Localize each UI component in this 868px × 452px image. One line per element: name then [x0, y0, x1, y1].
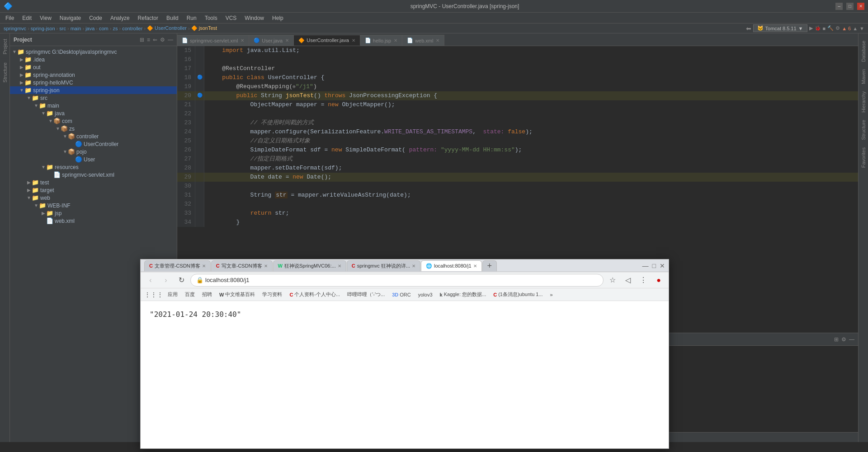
breadcrumb-springmvc[interactable]: springmvc: [4, 26, 26, 31]
breadcrumb-controller[interactable]: controller: [122, 26, 142, 31]
bookmark-yolov3[interactable]: yolov3: [415, 291, 435, 298]
menu-vcs[interactable]: VCS: [222, 14, 241, 22]
browser-tab-close-icon[interactable]: ✕: [412, 264, 415, 268]
project-close-icon[interactable]: —: [168, 37, 173, 43]
browser-tab-localhost[interactable]: 🌐 localhost:8080/j1 ✕: [421, 260, 482, 271]
browser-tab-close-icon[interactable]: ✕: [473, 264, 477, 268]
tree-web[interactable]: ▼ 📁 web: [10, 194, 177, 202]
tree-spring-json[interactable]: ▼ 📁 spring-json: [10, 86, 177, 94]
hierarchy-tab[interactable]: Hierarchy: [859, 88, 868, 116]
minimize-button[interactable]: –: [835, 3, 843, 10]
bookmark-kaggle[interactable]: kKaggle: 您的数据...: [437, 290, 489, 299]
bookmark-apps[interactable]: 应用: [165, 290, 180, 299]
tree-spring-annotation[interactable]: ▶ 📁 spring-annotation: [10, 71, 177, 79]
back-nav-icon[interactable]: ⬅: [746, 25, 751, 32]
menu-refactor[interactable]: Refactor: [134, 14, 162, 22]
settings-icon[interactable]: ⚙: [835, 25, 840, 31]
breadcrumb-com[interactable]: com: [99, 26, 108, 31]
tab-close-icon[interactable]: ✕: [352, 38, 355, 43]
run-button[interactable]: ▶: [809, 25, 813, 31]
favorites-tab[interactable]: Favorites: [859, 144, 868, 171]
browser-tab-csdn2[interactable]: C 写文章-CSDN博客 ✕: [211, 260, 273, 271]
database-tab[interactable]: Database: [859, 37, 868, 66]
breadcrumb-main[interactable]: main: [71, 26, 81, 31]
breadcrumb-src[interactable]: src: [59, 26, 66, 31]
browser-tab-close-icon[interactable]: ✕: [338, 264, 341, 268]
structure-tab-vertical[interactable]: Structure: [1, 59, 9, 86]
bookmark-wiki[interactable]: W中文维基百科: [217, 290, 258, 299]
svc-minimize-icon[interactable]: —: [849, 336, 854, 343]
menu-code[interactable]: Code: [85, 14, 106, 22]
tree-com[interactable]: ▼ 📦 com: [10, 117, 177, 125]
back-button[interactable]: ‹: [144, 274, 157, 287]
browser-tab-wechat[interactable]: W 狂神说SpringMVC06:... ✕: [273, 260, 346, 271]
browser-minimize-icon[interactable]: —: [642, 262, 649, 269]
tree-out[interactable]: ▶ 📁 out: [10, 63, 177, 71]
browser-history-icon[interactable]: ◁: [622, 274, 634, 287]
maximize-button[interactable]: □: [846, 3, 854, 10]
new-window-icon[interactable]: ⊞: [140, 37, 144, 43]
tab-springmvc-servlet[interactable]: 📄 springmvc-servlet.xml ✕: [177, 35, 249, 46]
breadcrumb-spring-json[interactable]: spring-json: [31, 26, 55, 31]
browser-tab-close-icon[interactable]: ✕: [264, 264, 268, 268]
tree-springmvc-servlet[interactable]: 📄 springmvc-servlet.xml: [10, 171, 177, 179]
stop-button[interactable]: ■: [823, 26, 826, 31]
tree-target[interactable]: ▶ 📁 target: [10, 186, 177, 194]
breadcrumb-java[interactable]: java: [85, 26, 94, 31]
menu-view[interactable]: View: [36, 14, 55, 22]
project-gear-icon[interactable]: ⚙: [160, 37, 165, 43]
tab-web-xml[interactable]: 📄 web.xml ✕: [402, 35, 444, 46]
project-tab[interactable]: Project: [1, 35, 9, 58]
tree-idea[interactable]: ▶ 📁 .idea: [10, 56, 177, 63]
svc-new-window-icon[interactable]: ⊞: [834, 336, 839, 343]
tree-user[interactable]: 🔵 User: [10, 155, 177, 163]
tree-resources[interactable]: ▼ 📁 resources: [10, 163, 177, 171]
tab-usercontroller-java[interactable]: 🔶 UserController.java ✕: [294, 35, 360, 46]
browser-close-icon[interactable]: ✕: [660, 262, 665, 269]
collapse-warnings-icon[interactable]: ▼: [859, 26, 864, 31]
menu-navigate[interactable]: Navigate: [56, 14, 85, 22]
menu-window[interactable]: Window: [241, 14, 268, 22]
svc-gear-icon[interactable]: ⚙: [841, 336, 846, 343]
tab-user-java[interactable]: 🔵 User.java ✕: [249, 35, 294, 46]
tree-controller[interactable]: ▼ 📦 controller: [10, 132, 177, 140]
close-button[interactable]: ✕: [857, 3, 864, 10]
tab-close-icon[interactable]: ✕: [241, 38, 244, 43]
tree-usercontroller[interactable]: 🔵 UserController: [10, 140, 177, 148]
browser-tab-csdn3[interactable]: C springmvc 狂神说的详... ✕: [347, 260, 420, 271]
browser-tab-close-icon[interactable]: ✕: [202, 264, 206, 268]
menu-help[interactable]: Help: [269, 14, 287, 22]
tab-close-icon[interactable]: ✕: [285, 38, 289, 43]
breadcrumb-usercontroller[interactable]: 🔶 UserController: [147, 25, 187, 31]
tab-hello-jsp[interactable]: 📄 hello.jsp ✕: [360, 35, 402, 46]
tree-springmvc[interactable]: ▼ 📁 springmvc G:\Desktop\java\springmvc: [10, 48, 177, 56]
debug-button[interactable]: 🐞: [815, 25, 821, 31]
tree-webinf[interactable]: ▼ 📁 WEB-INF: [10, 202, 177, 209]
bookmark-bilibili[interactable]: 哔哩哔哩（'-'つ...: [344, 290, 387, 299]
collapse-all-icon[interactable]: ⇐: [153, 37, 157, 43]
breadcrumb-zs[interactable]: zs: [113, 26, 118, 31]
tree-main[interactable]: ▼ 📁 main: [10, 102, 177, 109]
menu-tools[interactable]: Tools: [201, 14, 221, 22]
tree-src[interactable]: ▼ 📁 src: [10, 94, 177, 102]
scroll-to-source-icon[interactable]: ≡: [147, 37, 150, 43]
bookmark-ubuntu[interactable]: C(1条消息)ubuntu 1...: [491, 290, 545, 299]
build-button[interactable]: 🔨: [827, 25, 834, 31]
browser-tab-new[interactable]: +: [482, 260, 497, 271]
tab-close-icon[interactable]: ✕: [394, 38, 397, 43]
tree-jsp[interactable]: ▶ 📁 jsp: [10, 209, 177, 217]
browser-maximize-icon[interactable]: □: [652, 262, 656, 269]
bookmark-personal[interactable]: C个人资料-个人中心...: [287, 290, 343, 299]
browser-chromecast-icon[interactable]: ●: [652, 274, 665, 287]
menu-edit[interactable]: Edit: [19, 14, 35, 22]
browser-more-icon[interactable]: ⋮: [637, 274, 650, 287]
browser-tab-csdn1[interactable]: C 文章管理-CSDN博客 ✕: [144, 260, 211, 271]
bookmark-study[interactable]: 学习资料: [259, 290, 285, 299]
tree-spring-hellomvc[interactable]: ▶ 📁 spring-helloMVC: [10, 79, 177, 86]
tree-webxml[interactable]: 📄 web.xml: [10, 217, 177, 225]
bookmark-star-icon[interactable]: ☆: [606, 274, 619, 287]
bookmark-3d-orc[interactable]: 3DORC: [389, 291, 414, 298]
structure-tab[interactable]: Structure: [859, 116, 868, 144]
bookmark-baidu[interactable]: 百度: [182, 290, 198, 299]
tree-java[interactable]: ▼ 📁 java: [10, 109, 177, 117]
